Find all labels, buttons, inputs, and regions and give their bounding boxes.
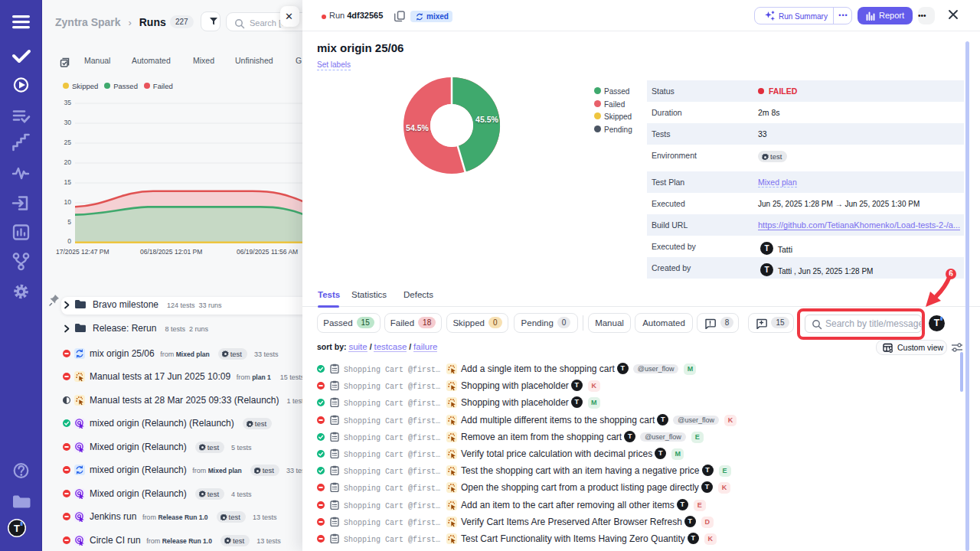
svg-text:54.5%: 54.5% [406, 123, 429, 132]
svg-text:T: T [14, 523, 20, 534]
svg-text:45.5%: 45.5% [475, 115, 498, 124]
